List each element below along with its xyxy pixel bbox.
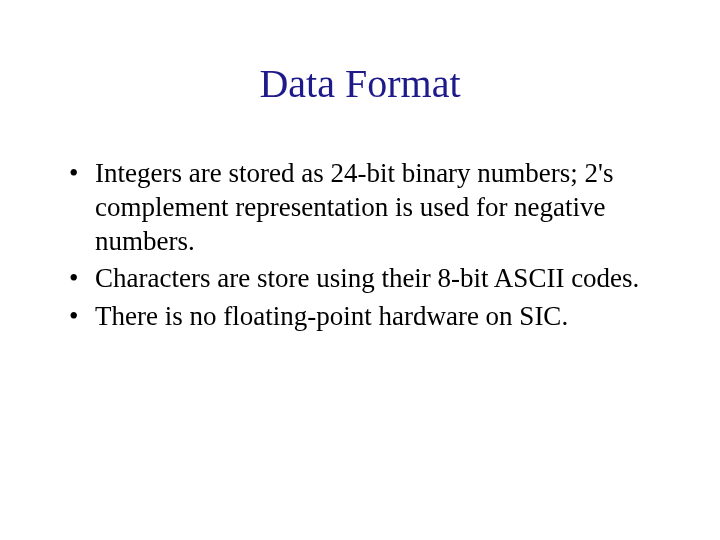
- bullet-item: Integers are stored as 24-bit binary num…: [65, 157, 655, 258]
- slide-container: Data Format Integers are stored as 24-bi…: [0, 0, 720, 540]
- bullet-item: Characters are store using their 8-bit A…: [65, 262, 655, 296]
- slide-title: Data Format: [65, 60, 655, 107]
- bullet-list: Integers are stored as 24-bit binary num…: [65, 157, 655, 334]
- bullet-item: There is no floating-point hardware on S…: [65, 300, 655, 334]
